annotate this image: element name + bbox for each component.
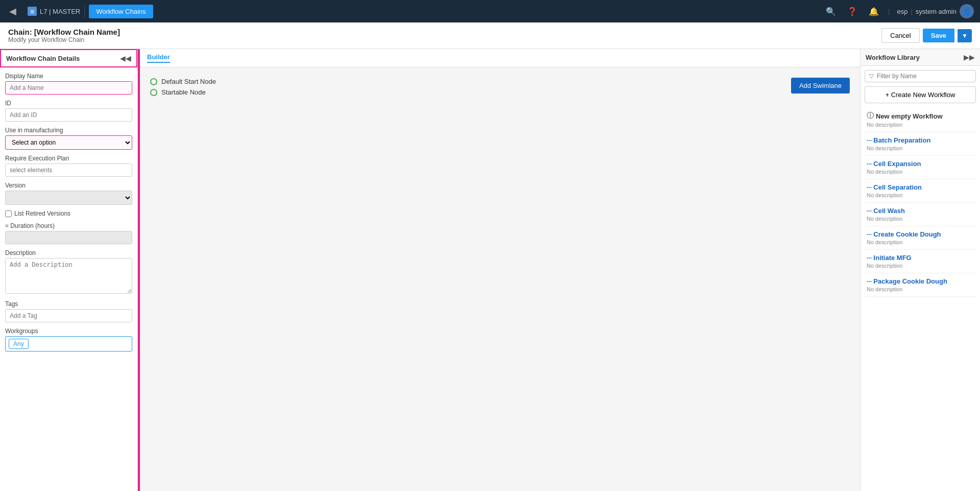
version-label: Version	[5, 182, 132, 189]
builder-body: Default Start Node Startable Node Add Sw…	[140, 67, 860, 491]
id-label: ID	[5, 100, 132, 107]
display-name-label: Display Name	[5, 73, 132, 80]
locale-label: esp	[897, 8, 907, 15]
search-button[interactable]: 🔍	[824, 5, 838, 18]
right-panel-expand-button[interactable]: ▶▶	[964, 53, 975, 61]
duration-label: = Duration (hours)	[5, 222, 132, 229]
require-execution-input[interactable]	[5, 163, 132, 177]
default-start-node-item: Default Start Node	[150, 78, 850, 85]
workflow-item-desc-cell-expansion: No description	[867, 169, 974, 175]
logo-area: ⊞ L7 | MASTER	[23, 5, 85, 18]
back-button[interactable]: ◀	[6, 4, 19, 19]
page-header-text: Chain: [Workflow Chain Name] Modify your…	[8, 28, 881, 43]
dots-icon-package-cookie-dough: ···	[867, 278, 873, 285]
tags-label: Tags	[5, 300, 132, 308]
page-header: Chain: [Workflow Chain Name] Modify your…	[0, 22, 980, 49]
right-panel-title: Workflow Library	[866, 54, 920, 61]
workflow-item-desc-create-cookie-dough: No description	[867, 239, 974, 245]
workflow-item-name-cell-expansion: ··· Cell Expansion	[867, 160, 974, 168]
right-panel: Workflow Library ▶▶ ▽ + Create New Workf…	[860, 49, 980, 491]
workflow-list-item-cell-expansion[interactable]: ··· Cell Expansion No description	[865, 156, 976, 179]
workflow-item-name-package-cookie-dough: ··· Package Cookie Dough	[867, 277, 974, 285]
description-textarea[interactable]	[5, 258, 132, 294]
id-input[interactable]	[5, 108, 132, 122]
node-legend: Default Start Node Startable Node	[150, 78, 850, 96]
user-info: esp | system admin 👤	[897, 4, 974, 18]
cancel-button[interactable]: Cancel	[881, 28, 919, 43]
default-start-node-label: Default Start Node	[161, 78, 216, 85]
workflow-list-item-cell-wash[interactable]: ··· Cell Wash No description	[865, 203, 976, 226]
workflow-list-item-batch-prep[interactable]: ··· Batch Preparation No description	[865, 132, 976, 156]
id-field-group: ID	[5, 100, 132, 122]
workflow-list-item-cell-separation[interactable]: ··· Cell Separation No description	[865, 179, 976, 203]
dots-icon-cell-wash: ···	[867, 207, 873, 215]
duration-field-group: = Duration (hours)	[5, 222, 132, 244]
list-retired-field-group: List Retired Versions	[5, 210, 132, 217]
dots-icon-create-cookie-dough: ···	[867, 231, 873, 238]
save-dropdown-button[interactable]: ▼	[958, 29, 972, 42]
workflow-item-desc-initiate-mfg: No description	[867, 263, 974, 269]
help-button[interactable]: ❓	[845, 5, 859, 18]
username-label: system admin	[916, 8, 957, 15]
workflow-item-name-cell-wash: ··· Cell Wash	[867, 207, 974, 215]
page-title: Chain: [Workflow Chain Name]	[8, 28, 881, 36]
workflow-list-item-initiate-mfg[interactable]: ··· Initiate MFG No description	[865, 250, 976, 273]
tags-input[interactable]	[5, 309, 132, 322]
workflow-item-desc-package-cookie-dough: No description	[867, 286, 974, 292]
builder-header: Builder	[140, 49, 860, 67]
workflow-item-desc-cell-wash: No description	[867, 216, 974, 222]
notification-button[interactable]: 🔔	[867, 5, 881, 18]
right-panel-body: ▽ + Create New Workflow ⓘ New empty Work…	[861, 66, 980, 491]
workflow-list-item-create-cookie-dough[interactable]: ··· Create Cookie Dough No description	[865, 226, 976, 250]
save-button[interactable]: Save	[923, 29, 954, 42]
nav-right: 🔍 ❓ 🔔 | esp | system admin 👤	[824, 4, 974, 18]
startable-node-item: Startable Node	[150, 88, 850, 96]
display-name-field-group: Display Name	[5, 73, 132, 95]
left-panel-title: Workflow Chain Details	[6, 55, 80, 62]
list-retired-checkbox[interactable]	[5, 211, 12, 217]
display-name-input[interactable]	[5, 81, 132, 95]
workflow-item-name-batch-prep: ··· Batch Preparation	[867, 136, 974, 144]
main-layout: Workflow Chain Details ◀◀ Display Name I…	[0, 49, 980, 491]
page-subtitle: Modify your Workflow Chain	[8, 36, 881, 43]
workgroups-field-group: Workgroups Any	[5, 328, 132, 352]
center-panel: Builder Default Start Node Startable Nod…	[140, 49, 860, 491]
workflow-item-name-initiate-mfg: ··· Initiate MFG	[867, 254, 974, 262]
description-label: Description	[5, 249, 132, 256]
workflow-chains-tab[interactable]: Workflow Chains	[89, 5, 153, 18]
left-panel: Workflow Chain Details ◀◀ Display Name I…	[0, 49, 138, 491]
workflow-item-desc-cell-separation: No description	[867, 192, 974, 198]
left-panel-body: Display Name ID Use in manufacturing Sel…	[0, 67, 137, 491]
version-field-group: Version	[5, 182, 132, 205]
startable-node-label: Startable Node	[161, 88, 206, 96]
version-select[interactable]	[5, 191, 132, 205]
default-start-node-circle	[150, 78, 157, 85]
workflow-item-desc-new-empty: No description	[867, 122, 974, 128]
avatar: 👤	[960, 4, 974, 18]
builder-tab[interactable]: Builder	[147, 53, 170, 63]
create-workflow-button[interactable]: + Create New Workflow	[865, 86, 976, 103]
require-execution-field-group: Require Execution Plan	[5, 155, 132, 177]
right-panel-header: Workflow Library ▶▶	[861, 49, 980, 66]
workgroup-tag-any[interactable]: Any	[9, 339, 29, 349]
require-execution-label: Require Execution Plan	[5, 155, 132, 162]
dots-icon-initiate-mfg: ···	[867, 254, 873, 262]
workflow-list: ⓘ New empty Workflow No description ··· …	[865, 107, 976, 297]
filter-input-wrapper: ▽	[865, 70, 976, 82]
add-swimlane-button[interactable]: Add Swimlane	[791, 78, 850, 93]
use-in-mfg-select[interactable]: Select an option Yes No	[5, 135, 132, 150]
workflow-list-item-package-cookie-dough[interactable]: ··· Package Cookie Dough No description	[865, 273, 976, 297]
tags-field-group: Tags	[5, 300, 132, 322]
logo-text: L7 | MASTER	[40, 8, 80, 15]
filter-input[interactable]	[877, 73, 971, 80]
dots-icon-cell-separation: ···	[867, 184, 873, 191]
dots-icon-batch-prep: ···	[867, 137, 873, 144]
duration-input[interactable]	[5, 231, 132, 244]
workflow-item-name-create-cookie-dough: ··· Create Cookie Dough	[867, 230, 974, 238]
left-panel-collapse-button[interactable]: ◀◀	[120, 54, 131, 62]
description-field-group: Description	[5, 249, 132, 295]
logo-icon: ⊞	[28, 7, 37, 16]
workflow-item-name-new-empty: ⓘ New empty Workflow	[867, 111, 974, 121]
use-in-mfg-field-group: Use in manufacturing Select an option Ye…	[5, 127, 132, 150]
workflow-list-item-new-empty[interactable]: ⓘ New empty Workflow No description	[865, 107, 976, 132]
